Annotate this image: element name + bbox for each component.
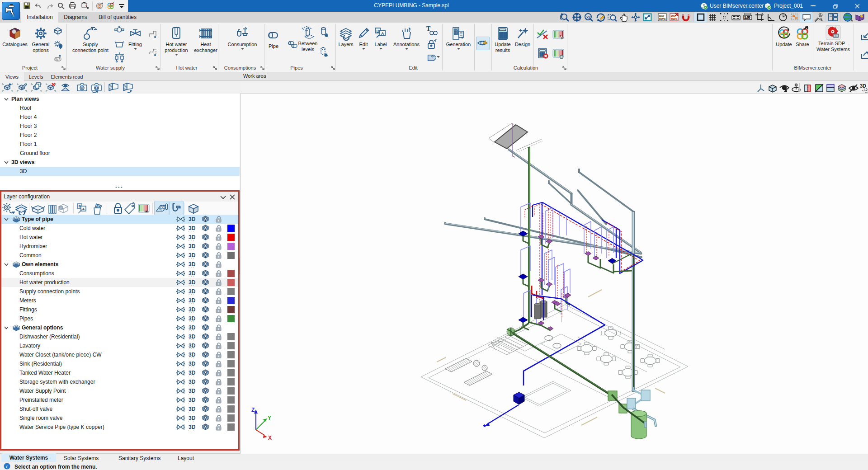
svg-text:DXF: DXF [659, 14, 665, 17]
svg-text:X: X [268, 435, 272, 441]
svg-text:3D: 3D [189, 334, 196, 340]
svg-text:A: A [82, 207, 85, 211]
svg-text:3D: 3D [189, 216, 196, 222]
svg-text:3D: 3D [189, 279, 196, 286]
svg-text:3D: 3D [189, 388, 196, 394]
svg-text:DWG: DWG [659, 18, 666, 20]
svg-text:x2: x2 [586, 15, 591, 19]
svg-text:3D: 3D [860, 83, 866, 89]
svg-text:3D: 3D [189, 406, 196, 412]
svg-text:3D: 3D [189, 361, 196, 367]
svg-text:3D: 3D [189, 324, 196, 331]
svg-text:3D: 3D [189, 370, 196, 376]
svg-text:B: B [377, 29, 380, 33]
svg-text:DWG: DWG [671, 18, 678, 20]
svg-text:3D: 3D [189, 415, 196, 421]
svg-text:Z: Z [251, 407, 255, 413]
svg-text:3D: 3D [189, 234, 196, 240]
svg-text:3D: 3D [189, 379, 196, 385]
svg-text:3D: 3D [189, 270, 196, 277]
svg-text:3D: 3D [189, 352, 196, 358]
svg-text:3D: 3D [189, 315, 196, 322]
svg-text:3D: 3D [189, 261, 196, 268]
svg-text:3D: 3D [189, 397, 196, 403]
svg-text:Y: Y [268, 415, 271, 421]
svg-text:Q: Q [61, 207, 62, 209]
svg-text:3D: 3D [189, 297, 196, 304]
svg-text:i: i [6, 464, 8, 469]
svg-text:3D: 3D [189, 343, 196, 349]
svg-text:3D: 3D [189, 424, 196, 430]
svg-text:1.00: 1.00 [745, 16, 750, 19]
svg-text:3D: 3D [189, 225, 196, 231]
svg-text:3D: 3D [189, 306, 196, 313]
svg-text:T: T [426, 25, 431, 32]
svg-text:3D: 3D [189, 252, 196, 258]
svg-text:3D: 3D [189, 288, 196, 295]
svg-text:3D: 3D [189, 243, 196, 249]
svg-text:A: A [381, 31, 384, 36]
